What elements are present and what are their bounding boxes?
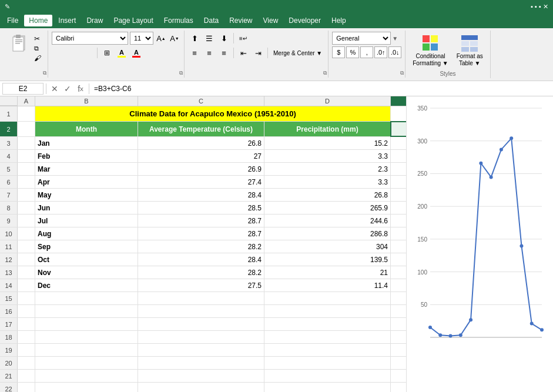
cell-E8[interactable] bbox=[391, 202, 406, 214]
cell-B2[interactable]: Month bbox=[35, 122, 138, 136]
cell-C20[interactable] bbox=[138, 357, 264, 369]
cell-C16[interactable] bbox=[138, 305, 264, 317]
cell-C15[interactable] bbox=[138, 292, 264, 304]
cell-A15[interactable] bbox=[18, 292, 35, 304]
cell-A20[interactable] bbox=[18, 357, 35, 369]
cell-A9[interactable] bbox=[18, 215, 35, 227]
clipboard-expand-icon[interactable]: ⧉ bbox=[43, 70, 46, 76]
cell-E19[interactable] bbox=[391, 344, 406, 356]
cell-E22[interactable] bbox=[391, 383, 406, 392]
cell-A21[interactable] bbox=[18, 370, 35, 382]
number-format-select[interactable]: General bbox=[332, 32, 391, 45]
format-painter-button[interactable]: 🖌 bbox=[33, 53, 44, 63]
cell-B10[interactable]: Aug bbox=[35, 227, 138, 240]
cell-D9[interactable]: 244.6 bbox=[264, 215, 391, 227]
cell-D16[interactable] bbox=[264, 305, 391, 317]
cell-E13[interactable] bbox=[391, 266, 406, 279]
cell-B4[interactable]: Feb bbox=[35, 150, 138, 162]
cell-B21[interactable] bbox=[35, 370, 138, 382]
cell-D22[interactable] bbox=[264, 383, 391, 392]
menu-file[interactable]: File bbox=[2, 15, 23, 26]
cell-B7[interactable]: May bbox=[35, 189, 138, 201]
cell-A11[interactable] bbox=[18, 240, 35, 253]
cell-reference-input[interactable] bbox=[2, 83, 43, 95]
cell-E2[interactable]: 38.7 bbox=[391, 122, 406, 136]
menu-insert[interactable]: Insert bbox=[53, 15, 81, 26]
cell-C3[interactable]: 26.8 bbox=[138, 137, 264, 149]
menu-formulas[interactable]: Formulas bbox=[159, 15, 198, 26]
indent-decrease-button[interactable]: ⇤ bbox=[237, 46, 250, 59]
confirm-formula-button[interactable]: ✓ bbox=[62, 83, 73, 95]
cell-A12[interactable] bbox=[18, 253, 35, 266]
cell-E9[interactable] bbox=[391, 215, 406, 227]
cell-E6[interactable] bbox=[391, 176, 406, 188]
align-left-button[interactable]: ≡ bbox=[188, 46, 201, 59]
font-increase-button[interactable]: A▲ bbox=[155, 32, 167, 44]
menu-home[interactable]: Home bbox=[24, 15, 52, 26]
cell-E17[interactable] bbox=[391, 318, 406, 330]
decimal-decrease-button[interactable]: .0↓ bbox=[388, 46, 401, 58]
cell-B9[interactable]: Jul bbox=[35, 215, 138, 227]
cell-D6[interactable]: 3.3 bbox=[264, 176, 391, 188]
cell-C2[interactable]: Average Temperature (Celsius) bbox=[138, 122, 264, 136]
cell-D11[interactable]: 304 bbox=[264, 240, 391, 253]
cell-A14[interactable] bbox=[18, 279, 35, 292]
font-expand-icon[interactable]: ⧉ bbox=[179, 70, 183, 76]
cell-C4[interactable]: 27 bbox=[138, 150, 264, 162]
cell-C11[interactable]: 28.2 bbox=[138, 240, 264, 253]
cell-D2[interactable]: Precipitation (mm) bbox=[264, 122, 391, 136]
cell-A5[interactable] bbox=[18, 163, 35, 175]
cell-C12[interactable]: 28.4 bbox=[138, 253, 264, 266]
font-size-select[interactable]: 11 bbox=[130, 32, 153, 45]
align-middle-button[interactable]: ☰ bbox=[203, 32, 216, 45]
font-family-select[interactable]: Calibri bbox=[52, 32, 128, 45]
cell-B5[interactable]: Mar bbox=[35, 163, 138, 175]
cell-D21[interactable] bbox=[264, 370, 391, 382]
insert-function-button[interactable]: fx bbox=[75, 83, 86, 95]
decimal-increase-button[interactable]: .0↑ bbox=[374, 46, 387, 58]
cell-E18[interactable] bbox=[391, 331, 406, 343]
cell-E10[interactable] bbox=[391, 227, 406, 240]
menu-review[interactable]: Review bbox=[224, 15, 257, 26]
cell-A22[interactable] bbox=[18, 383, 35, 392]
cell-A13[interactable] bbox=[18, 266, 35, 279]
cell-B14[interactable]: Dec bbox=[35, 279, 138, 292]
bold-button[interactable] bbox=[52, 46, 65, 59]
cell-B19[interactable] bbox=[35, 344, 138, 356]
cell-A2[interactable] bbox=[18, 122, 35, 136]
align-right-button[interactable]: ≡ bbox=[217, 46, 230, 59]
align-top-button[interactable]: ⬆ bbox=[188, 32, 201, 45]
format-as-table-button[interactable]: Format asTable ▼ bbox=[453, 32, 487, 69]
indent-increase-button[interactable]: ⇥ bbox=[252, 46, 264, 59]
cell-D12[interactable]: 139.5 bbox=[264, 253, 391, 266]
menu-page-layout[interactable]: Page Layout bbox=[109, 15, 157, 26]
cell-A7[interactable] bbox=[18, 189, 35, 201]
cell-B11[interactable]: Sep bbox=[35, 240, 138, 253]
col-header-C[interactable]: C bbox=[138, 96, 264, 106]
cell-A17[interactable] bbox=[18, 318, 35, 330]
cell-D17[interactable] bbox=[264, 318, 391, 330]
cell-E14[interactable] bbox=[391, 279, 406, 292]
cell-D5[interactable]: 2.3 bbox=[264, 163, 391, 175]
menu-help[interactable]: Help bbox=[327, 15, 351, 26]
conditional-formatting-button[interactable]: ConditionalFormatting ▼ bbox=[409, 32, 451, 69]
cell-D10[interactable]: 286.8 bbox=[264, 227, 391, 240]
cell-B6[interactable]: Apr bbox=[35, 176, 138, 188]
cell-E20[interactable] bbox=[391, 357, 406, 369]
cell-A3[interactable] bbox=[18, 137, 35, 149]
cell-C9[interactable]: 28.7 bbox=[138, 215, 264, 227]
cell-B18[interactable] bbox=[35, 331, 138, 343]
italic-button[interactable] bbox=[66, 46, 79, 59]
font-decrease-button[interactable]: A▼ bbox=[169, 32, 180, 44]
merge-center-button[interactable]: Merge & Center ▼ bbox=[271, 46, 324, 59]
cell-D7[interactable]: 26.8 bbox=[264, 189, 391, 201]
cell-D8[interactable]: 265.9 bbox=[264, 202, 391, 214]
fill-color-button[interactable]: A bbox=[115, 46, 128, 59]
cell-C19[interactable] bbox=[138, 344, 264, 356]
cell-A16[interactable] bbox=[18, 305, 35, 317]
cell-E3[interactable] bbox=[391, 137, 406, 149]
copy-button[interactable]: ⧉ bbox=[33, 44, 44, 53]
cell-C17[interactable] bbox=[138, 318, 264, 330]
cell-B1[interactable]: Climate Data for Acapulco Mexico (1951-2… bbox=[35, 106, 391, 121]
cell-C21[interactable] bbox=[138, 370, 264, 382]
